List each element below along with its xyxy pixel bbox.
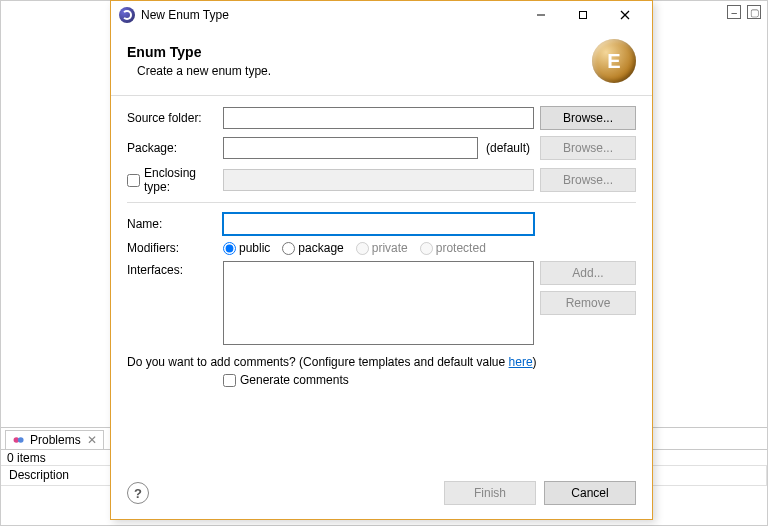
name-input[interactable] (223, 213, 534, 235)
source-folder-input[interactable] (223, 107, 534, 129)
row-name: Name: (127, 213, 636, 235)
enum-badge-icon: E (592, 39, 636, 83)
dialog-titlebar[interactable]: New Enum Type (111, 1, 652, 29)
label-source-folder: Source folder: (127, 111, 223, 125)
row-interfaces: Interfaces: Add... Remove (127, 261, 636, 345)
browse-source-folder-button[interactable]: Browse... (540, 106, 636, 130)
package-default-hint: (default) (482, 141, 534, 155)
minimize-button[interactable] (520, 2, 562, 28)
form-body: Source folder: Browse... Package: (defau… (111, 96, 652, 471)
package-input[interactable] (223, 137, 478, 159)
row-source-folder: Source folder: Browse... (127, 106, 636, 130)
label-package: Package: (127, 141, 223, 155)
page-subtitle: Create a new enum type. (137, 64, 592, 78)
main-window-controls: ‒ ▢ (727, 5, 761, 19)
configure-templates-link[interactable]: here (509, 355, 533, 369)
label-name: Name: (127, 217, 223, 231)
modifier-protected: protected (420, 241, 486, 255)
browse-package-button[interactable]: Browse... (540, 136, 636, 160)
tab-problems-label: Problems (30, 433, 81, 447)
row-modifiers: Modifiers: public package private protec… (127, 241, 636, 255)
dialog-header: Enum Type Create a new enum type. E (111, 29, 652, 96)
tab-problems[interactable]: Problems ✕ (5, 430, 104, 449)
svg-point-1 (18, 437, 24, 443)
generate-comments-label: Generate comments (240, 373, 349, 387)
generate-comments-checkbox[interactable] (223, 374, 236, 387)
dialog-window-title: New Enum Type (141, 8, 520, 22)
browse-enclosing-type-button[interactable]: Browse... (540, 168, 636, 192)
maximize-icon[interactable]: ▢ (747, 5, 761, 19)
add-interface-button[interactable]: Add... (540, 261, 636, 285)
new-enum-dialog: New Enum Type Enum Type Create a new enu… (110, 0, 653, 520)
enum-badge-letter: E (607, 50, 620, 73)
label-interfaces: Interfaces: (127, 261, 223, 277)
enclosing-type-checkbox[interactable] (127, 174, 140, 187)
comments-question: Do you want to add comments? (Configure … (127, 355, 636, 369)
comments-question-prefix: Do you want to add comments? (Configure … (127, 355, 509, 369)
row-package: Package: (default) Browse... (127, 136, 636, 160)
label-modifiers: Modifiers: (127, 241, 223, 255)
section-divider (127, 202, 636, 203)
modifier-public[interactable]: public (223, 241, 270, 255)
row-enclosing-type: Enclosing type: Browse... (127, 166, 636, 194)
finish-button[interactable]: Finish (444, 481, 536, 505)
help-icon[interactable]: ? (127, 482, 149, 504)
problems-icon (12, 433, 26, 447)
page-title: Enum Type (127, 44, 592, 60)
dialog-footer: ? Finish Cancel (111, 471, 652, 519)
comments-question-suffix: ) (533, 355, 537, 369)
remove-interface-button[interactable]: Remove (540, 291, 636, 315)
tab-close-icon[interactable]: ✕ (85, 433, 97, 447)
minimize-icon[interactable]: ‒ (727, 5, 741, 19)
eclipse-icon (119, 7, 135, 23)
modifiers-group: public package private protected (223, 241, 486, 255)
maximize-button[interactable] (562, 2, 604, 28)
close-button[interactable] (604, 2, 646, 28)
enclosing-type-input (223, 169, 534, 191)
interfaces-listbox[interactable] (223, 261, 534, 345)
modifier-private: private (356, 241, 408, 255)
svg-rect-3 (580, 12, 587, 19)
label-enclosing-type: Enclosing type: (144, 166, 223, 194)
cancel-button[interactable]: Cancel (544, 481, 636, 505)
modifier-package[interactable]: package (282, 241, 343, 255)
